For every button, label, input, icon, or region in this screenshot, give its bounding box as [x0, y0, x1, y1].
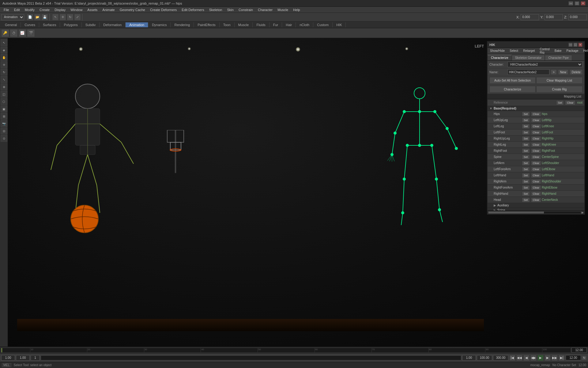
- hik-menu-select[interactable]: Select: [507, 48, 521, 53]
- rightfoot-clear-btn[interactable]: Clear: [531, 148, 541, 153]
- loop-btn[interactable]: ↻: [582, 355, 587, 360]
- universal-icon[interactable]: ⊕: [1, 83, 7, 90]
- anim-tool-1[interactable]: 🔑: [1, 29, 9, 37]
- leftleg-set-btn[interactable]: Set: [522, 124, 530, 129]
- sculpt-icon[interactable]: ⬡: [1, 98, 7, 105]
- clear-mapping-btn[interactable]: Clear Mapping List: [536, 77, 582, 84]
- hik-menu-bake[interactable]: Bake: [552, 48, 564, 53]
- menubar-item-skin[interactable]: Skin: [224, 7, 236, 12]
- close-button[interactable]: ✕: [581, 1, 586, 6]
- menubar-item-animate[interactable]: Animate: [100, 7, 117, 12]
- move-icon[interactable]: ✛: [1, 61, 7, 68]
- leftfoot-set-btn[interactable]: Set: [522, 130, 530, 135]
- save-btn[interactable]: 💾: [41, 14, 48, 21]
- menubar-item-skeleton[interactable]: Skeleton: [207, 7, 225, 12]
- tab-muscle[interactable]: Muscle: [235, 22, 253, 27]
- new-scene-btn[interactable]: 📄: [27, 14, 33, 21]
- lasso-icon[interactable]: ◈: [1, 47, 7, 53]
- current-frame-input[interactable]: [16, 355, 30, 361]
- timeline-bar[interactable]: 10 20 30 40 50 60 70 80 90 100: [1, 348, 571, 353]
- soft-mod-icon[interactable]: ◫: [1, 91, 7, 98]
- rightupleg-set-btn[interactable]: Set: [522, 136, 530, 141]
- rotate-icon[interactable]: ↻: [1, 69, 7, 75]
- show-manip-icon[interactable]: ▣: [1, 105, 7, 112]
- arrow-btn[interactable]: >: [551, 69, 557, 75]
- leftarm-clear-btn[interactable]: Clear: [531, 161, 541, 166]
- start-frame-input[interactable]: [1, 355, 15, 361]
- rightleg-clear-btn[interactable]: Clear: [531, 142, 541, 147]
- play-fwd-btn[interactable]: ▶: [537, 355, 544, 361]
- rightleg-set-btn[interactable]: Set: [522, 142, 530, 147]
- select-tool[interactable]: ↖: [52, 14, 59, 21]
- rightforearm-clear-btn[interactable]: Clear: [531, 185, 541, 190]
- y-input[interactable]: [545, 14, 563, 20]
- anim-tool-4[interactable]: 🎬: [27, 29, 35, 37]
- tab-subdiv[interactable]: Subdiv: [82, 22, 100, 27]
- tab-painteffects[interactable]: PaintEffects: [194, 22, 220, 27]
- tab-surfaces[interactable]: Surfaces: [39, 22, 60, 27]
- hik-menu-retarget[interactable]: Retarget: [521, 48, 537, 53]
- rightforearm-set-btn[interactable]: Set: [522, 185, 530, 190]
- hik-body[interactable]: ▼ Base(Required) Hips Set Clear hips Lef…: [488, 106, 584, 210]
- menubar-item-file[interactable]: File: [1, 7, 12, 12]
- hik-maximize-btn[interactable]: □: [573, 43, 578, 47]
- lefthand-set-btn[interactable]: Set: [522, 173, 530, 178]
- select-icon[interactable]: ↖: [1, 39, 7, 46]
- frame-number-input[interactable]: [31, 355, 40, 361]
- tab-fluids[interactable]: Fluids: [253, 22, 269, 27]
- minimize-button[interactable]: —: [568, 1, 573, 6]
- tab-fur[interactable]: Fur: [270, 22, 282, 27]
- rightarm-clear-btn[interactable]: Clear: [531, 179, 541, 184]
- leftarm-set-btn[interactable]: Set: [522, 161, 530, 166]
- menubar-item-display[interactable]: Display: [52, 7, 68, 12]
- range-start-input[interactable]: [462, 355, 476, 361]
- tab-hair[interactable]: Hair: [282, 22, 296, 27]
- spine-section[interactable]: ▶ Spine: [488, 208, 584, 210]
- rotate-tool[interactable]: ↻: [67, 14, 74, 21]
- head-clear-btn[interactable]: Clear: [531, 197, 541, 202]
- menubar-item-edit deformers[interactable]: Edit Deformers: [179, 7, 206, 12]
- scale-tool[interactable]: ⤢: [74, 14, 81, 21]
- hik-close-btn[interactable]: ✕: [578, 43, 582, 47]
- menubar-item-create[interactable]: Create: [37, 7, 52, 12]
- tab-hik[interactable]: HIK: [333, 22, 346, 27]
- hik-menu-help[interactable]: Help: [581, 48, 588, 53]
- name-input[interactable]: [507, 69, 549, 75]
- next-key-btn[interactable]: ▶▶: [552, 355, 558, 361]
- hik-tab-characterize[interactable]: Characterize: [488, 55, 512, 60]
- col-clear-btn[interactable]: Clear: [565, 100, 575, 105]
- hik-menu-showhide[interactable]: Show/Hide: [488, 48, 507, 53]
- ik-icon[interactable]: ⊟: [1, 128, 7, 134]
- maximize-button[interactable]: □: [575, 1, 579, 6]
- menubar-item-window[interactable]: Window: [68, 7, 85, 12]
- tab-polygons[interactable]: Polygons: [60, 22, 81, 27]
- anim-tool-3[interactable]: 📈: [18, 29, 26, 37]
- spine-set-btn[interactable]: Set: [522, 155, 530, 159]
- menubar-item-create deformers[interactable]: Create Deformers: [148, 7, 179, 12]
- menubar-item-geometry cache[interactable]: Geometry Cache: [117, 7, 148, 12]
- leftupleg-clear-btn[interactable]: Clear: [531, 118, 541, 123]
- leftforearm-clear-btn[interactable]: Clear: [531, 167, 541, 172]
- tab-animation[interactable]: Animation: [126, 22, 148, 27]
- hik-menu-package[interactable]: Package: [564, 48, 581, 53]
- tab-general[interactable]: General: [1, 22, 21, 27]
- tab-dynamics[interactable]: Dynamics: [148, 22, 171, 27]
- menubar-item-help[interactable]: Help: [291, 7, 303, 12]
- menubar-item-constrain[interactable]: Constrain: [236, 7, 255, 12]
- spine-clear-btn[interactable]: Clear: [531, 155, 541, 159]
- leftforearm-set-btn[interactable]: Set: [522, 167, 530, 172]
- hik-tab-skeleton-gen[interactable]: Skeleton Generator: [512, 55, 545, 60]
- tab-custom[interactable]: Custom: [313, 22, 333, 27]
- auto-set-btn[interactable]: Auto-Set All from Selection: [489, 77, 536, 84]
- mode-dropdown[interactable]: Animation: [1, 14, 24, 20]
- scale-icon[interactable]: ⤡: [1, 76, 7, 83]
- lefthand-clear-btn[interactable]: Clear: [531, 173, 541, 178]
- next-frame-btn[interactable]: ▶: [545, 355, 551, 361]
- leftleg-clear-btn[interactable]: Clear: [531, 124, 541, 129]
- tab-curves[interactable]: Curves: [21, 22, 39, 27]
- rightarm-set-btn[interactable]: Set: [522, 179, 530, 184]
- snap-icon[interactable]: ⊞: [1, 113, 7, 120]
- delete-btn[interactable]: Delete: [570, 69, 583, 75]
- prev-frame-btn[interactable]: ◀: [523, 355, 530, 361]
- tab-deformation[interactable]: Deformation: [100, 22, 126, 27]
